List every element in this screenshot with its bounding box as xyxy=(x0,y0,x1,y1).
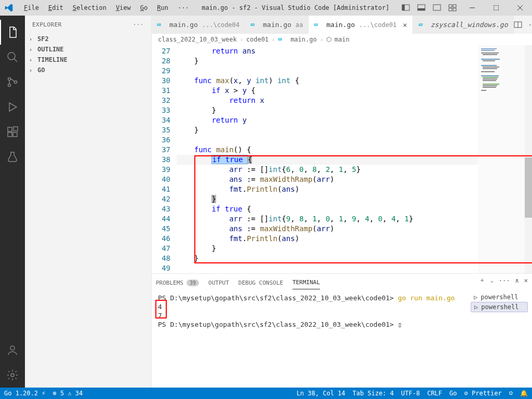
terminal-item-powershell[interactable]: ▷powershell xyxy=(471,292,528,302)
scrollbar[interactable] xyxy=(525,45,532,273)
svg-rect-8 xyxy=(453,8,456,11)
terminal-item-powershell-active[interactable]: ▷powershell xyxy=(471,302,528,312)
line-number-gutter: 2728293031323334353637383940414243444546… xyxy=(152,45,177,273)
sidebar-go[interactable]: ›GO xyxy=(25,65,151,75)
menu-view[interactable]: View xyxy=(112,2,135,14)
terminal-list: ▷powershell ▷powershell xyxy=(471,292,528,312)
svg-line-14 xyxy=(14,59,17,62)
status-encoding[interactable]: UTF-8 xyxy=(401,390,420,397)
panel-terminal[interactable]: TERMINAL xyxy=(292,279,320,289)
window-title: main.go - sf2 - Visual Studio Code [Admi… xyxy=(193,4,398,11)
status-notifications-icon[interactable]: 🔔 xyxy=(520,390,528,397)
close-tab-icon[interactable]: × xyxy=(403,21,407,29)
extensions-tab-icon[interactable] xyxy=(0,119,25,144)
svg-rect-10 xyxy=(494,5,499,10)
svg-point-13 xyxy=(8,52,15,60)
svg-rect-43 xyxy=(483,77,498,78)
go-file-icon: GO xyxy=(157,22,166,28)
menu-selection[interactable]: Selection xyxy=(69,2,111,14)
explorer-tab-icon[interactable] xyxy=(0,20,25,45)
menu-edit[interactable]: Edit xyxy=(44,2,68,14)
breadcrumbs[interactable]: class_2022_10_03_week› code01› GOmain.go… xyxy=(152,34,532,45)
svg-text:GO: GO xyxy=(278,37,282,42)
svg-rect-22 xyxy=(14,127,18,131)
svg-rect-7 xyxy=(449,8,452,11)
svg-rect-47 xyxy=(483,85,497,86)
layout-grid-icon[interactable] xyxy=(445,0,460,16)
menu-run[interactable]: Run xyxy=(153,2,172,14)
tab-main-code01[interactable]: GOmain.go...\code01× xyxy=(309,16,413,34)
svg-rect-32 xyxy=(481,48,497,49)
testing-tab-icon[interactable] xyxy=(0,144,25,169)
symbol-icon: ⬡ xyxy=(326,36,331,43)
tab-zsyscall[interactable]: GOzsyscall_windows.go xyxy=(413,16,514,34)
svg-rect-21 xyxy=(13,132,17,137)
menu-file[interactable]: File xyxy=(20,2,43,14)
svg-point-24 xyxy=(11,374,14,377)
layout-right-icon[interactable] xyxy=(429,0,445,16)
search-tab-icon[interactable] xyxy=(0,45,25,70)
menu-go[interactable]: Go xyxy=(136,2,152,14)
panel-problems[interactable]: PROBLEMS xyxy=(156,280,199,289)
layout-bottom-icon[interactable] xyxy=(414,0,429,16)
new-terminal-icon[interactable]: ＋ xyxy=(479,276,485,285)
status-feedback-icon[interactable]: ☺ xyxy=(509,390,513,397)
svg-marker-18 xyxy=(9,103,17,111)
svg-rect-49 xyxy=(481,90,486,91)
svg-point-16 xyxy=(8,84,11,87)
svg-rect-39 xyxy=(483,66,499,68)
svg-rect-44 xyxy=(483,78,497,79)
status-bar: Go 1.20.2 ⚡ ⊗ 5 ⚠ 34 Ln 38, Col 14 Tab S… xyxy=(0,388,532,399)
tab-main-aa[interactable]: GOmain.goaa xyxy=(245,16,309,34)
split-terminal-icon[interactable]: ⌄ xyxy=(490,277,494,283)
sidebar-more-icon[interactable]: ··· xyxy=(133,21,144,28)
code-area[interactable]: return ans } func max(x, y int) int { if… xyxy=(177,45,478,273)
accounts-icon[interactable] xyxy=(0,338,25,363)
status-eol[interactable]: CRLF xyxy=(427,390,442,397)
status-problems[interactable]: ⊗ 5 ⚠ 34 xyxy=(53,390,83,397)
panel-close-icon[interactable]: × xyxy=(524,277,528,284)
minimap[interactable] xyxy=(478,45,525,273)
panel-maximize-icon[interactable]: ∧ xyxy=(515,277,519,284)
svg-rect-45 xyxy=(483,80,496,81)
minimize-button[interactable] xyxy=(460,0,484,16)
svg-rect-36 xyxy=(481,59,500,60)
svg-rect-33 xyxy=(481,50,495,51)
svg-rect-37 xyxy=(483,60,495,61)
sidebar-folder-sf2[interactable]: ›SF2 xyxy=(25,34,151,44)
panel-output[interactable]: OUTPUT xyxy=(208,280,229,289)
status-prettier[interactable]: ⊘ Prettier xyxy=(464,390,502,397)
svg-point-17 xyxy=(15,81,17,84)
tab-main-code04[interactable]: GOmain.go...\code04 xyxy=(152,16,245,34)
maximize-button[interactable] xyxy=(484,0,508,16)
debug-tab-icon[interactable] xyxy=(0,95,25,119)
sidebar-outline[interactable]: ›OUTLINE xyxy=(25,44,151,55)
code-editor[interactable]: 2728293031323334353637383940414243444546… xyxy=(152,45,532,273)
status-go-version[interactable]: Go 1.20.2 ⚡ xyxy=(4,390,46,397)
go-file-icon: GO xyxy=(314,22,323,28)
menu-more[interactable]: ··· xyxy=(174,2,193,14)
layout-left-icon[interactable] xyxy=(398,0,414,16)
sidebar-title: EXPLORER xyxy=(32,21,62,28)
svg-text:GO: GO xyxy=(157,23,161,27)
terminal-more-icon[interactable]: ··· xyxy=(499,277,510,284)
close-button[interactable] xyxy=(508,0,532,16)
status-tabsize[interactable]: Tab Size: 4 xyxy=(353,390,394,397)
go-file-icon: GO xyxy=(418,22,428,28)
tab-row: GOmain.go...\code04 GOmain.goaa GOmain.g… xyxy=(152,16,532,34)
status-language[interactable]: Go xyxy=(449,390,457,397)
status-cursor[interactable]: Ln 38, Col 14 xyxy=(297,390,345,397)
go-file-icon: GO xyxy=(250,22,260,28)
svg-text:GO: GO xyxy=(314,23,318,27)
scrollbar-thumb[interactable] xyxy=(525,157,532,218)
settings-icon[interactable] xyxy=(0,363,25,388)
source-control-tab-icon[interactable] xyxy=(0,70,25,95)
split-editor-icon[interactable] xyxy=(514,21,522,29)
svg-rect-46 xyxy=(483,84,499,85)
svg-rect-4 xyxy=(433,5,441,10)
sidebar-timeline[interactable]: ›TIMELINE xyxy=(25,55,151,65)
tab-more-icon[interactable]: ··· xyxy=(528,21,533,29)
explorer-sidebar: EXPLORER··· ›SF2 ›OUTLINE ›TIMELINE ›GO xyxy=(25,16,152,388)
panel-debug[interactable]: DEBUG CONSOLE xyxy=(238,280,283,289)
svg-rect-34 xyxy=(481,52,499,54)
